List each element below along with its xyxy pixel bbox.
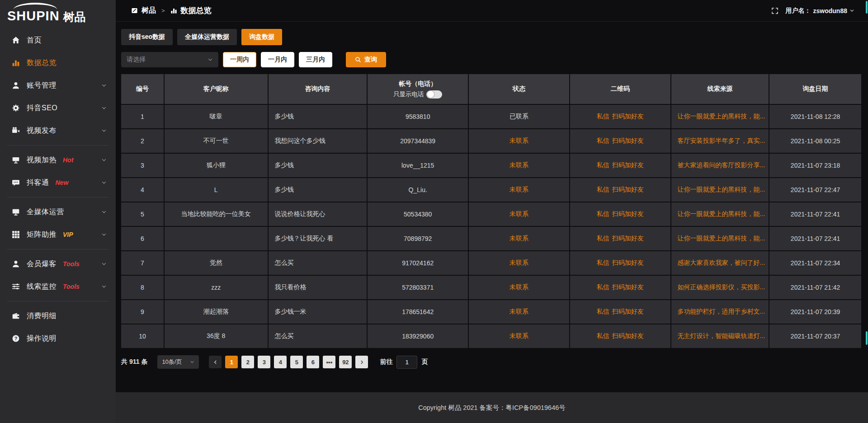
qr-private-message-link[interactable]: 私信 [597,235,609,243]
qr-scan-add-friend-link[interactable]: 扫码加好友 [612,235,644,243]
qr-scan-add-friend-link[interactable]: 扫码加好友 [612,161,644,169]
table-row: 3狐小狸多少钱love__1215未联系私信扫码加好友被大家追着问的客厅投影分享… [121,154,861,177]
qr-private-message-link[interactable]: 私信 [597,113,609,121]
cell-inquiry-date: 2021-11-07 22:41 [769,227,861,250]
qr-private-message-link[interactable]: 私信 [597,259,609,267]
cell-qr: 私信扫码加好友 [570,227,670,250]
pagination: 共 911 条 10条/页 123456•••92 前往 页 [121,355,861,369]
cell-lead-source: 感谢大家喜欢我家，被问了好... [671,251,769,275]
page-unit-label: 页 [421,358,428,366]
lead-source-link[interactable]: 客厅安装投影半年多了，真实... [678,137,765,145]
cell-lead-source: 无主灯设计，智能磁吸轨道灯... [671,324,769,348]
lead-source-link[interactable]: 让你一眼就爱上的黑科技，能... [678,235,765,243]
tab-2[interactable]: 询盘数据 [241,29,282,45]
sidebar-item-label: 消费明细 [27,311,57,321]
cell-status: 未联系 [469,276,569,299]
qr-scan-add-friend-link[interactable]: 扫码加好友 [612,210,644,218]
chevron-down-icon [208,57,213,62]
breadcrumb: 树品 > 数据总览 [131,5,212,16]
goto-page-input[interactable] [396,356,417,369]
sidebar-item-douketong[interactable]: 抖客通New [0,171,116,194]
tab-1[interactable]: 全媒体运营数据 [177,29,237,45]
page-size-select[interactable]: 10条/页 [157,355,199,369]
sidebar-item-account-manage[interactable]: 账号管理 [0,74,116,97]
qr-scan-add-friend-link[interactable]: 扫码加好友 [612,283,644,291]
table-header-cell: 二维码 [570,74,670,104]
qr-private-message-link[interactable]: 私信 [597,308,609,316]
fullscreen-icon[interactable] [771,7,778,14]
cell-content: 我只看价格 [269,276,367,299]
cell-account: 178651642 [368,300,468,324]
scrollbar-thumb[interactable] [866,1,868,14]
sidebar-item-member-burst[interactable]: 会员爆客Tools [0,253,116,275]
topbar: 树品 > 数据总览 用户名： zswodun88 [116,0,868,22]
lead-source-link[interactable]: 多功能护栏灯，适用于乡村文... [678,308,765,316]
page-button-•••[interactable]: ••• [323,356,335,368]
qr-scan-add-friend-link[interactable]: 扫码加好友 [612,186,644,194]
lead-source-link[interactable]: 让你一眼就爱上的黑科技，能... [678,210,765,218]
cell-account: 572803371 [368,276,468,299]
prev-page-button[interactable] [209,356,222,368]
range-button-1[interactable]: 一月内 [261,52,294,67]
sidebar-item-clue-monitor[interactable]: 线索监控Tools [0,275,116,298]
inquiry-table: 编号客户昵称咨询内容帐号（电话）只显示电话状态二维码线索来源询盘日期1啵章多少钱… [121,74,861,348]
table-row: 9潮起潮落多少钱一米178651642未联系私信扫码加好友多功能护栏灯，适用于乡… [121,300,861,324]
chevron-down-icon [849,8,854,13]
cell-no: 6 [121,227,164,250]
range-button-0[interactable]: 一周内 [223,52,256,67]
sidebar-item-media-operation[interactable]: 全媒体运营 [0,201,116,223]
sidebar-item-data-overview[interactable]: 数据总览 [0,52,116,74]
phone-only-toggle[interactable] [426,90,442,99]
breadcrumb-root[interactable]: 树品 [142,6,156,15]
tab-0[interactable]: 抖音seo数据 [121,29,173,45]
user-menu[interactable]: 用户名： zswodun88 [786,7,854,15]
next-page-button[interactable] [355,356,368,368]
page-button-1[interactable]: 1 [225,356,238,368]
cell-inquiry-date: 2021-11-07 21:42 [769,276,861,299]
cell-content: 多少钱 [269,105,367,128]
sidebar-item-consume-detail[interactable]: 消费明细 [0,305,116,327]
qr-scan-add-friend-link[interactable]: 扫码加好友 [612,137,644,145]
qr-private-message-link[interactable]: 私信 [597,186,609,194]
qr-private-message-link[interactable]: 私信 [597,332,609,340]
lead-source-link[interactable]: 感谢大家喜欢我家，被问了好... [678,259,765,267]
page-button-6[interactable]: 6 [307,356,319,368]
lead-source-link[interactable]: 无主灯设计，智能磁吸轨道灯... [678,332,765,340]
qr-private-message-link[interactable]: 私信 [597,210,609,218]
sidebar-item-video-publish[interactable]: 视频发布 [0,119,116,142]
lead-source-link[interactable]: 让你一眼就爱上的黑科技，能... [678,186,765,194]
sidebar-item-operation-guide[interactable]: ?操作说明 [0,327,116,350]
sidebar-item-matrix-boost[interactable]: 矩阵助推VIP [0,223,116,246]
sidebar-item-douyin-seo[interactable]: 抖音SEO [0,97,116,119]
search-button[interactable]: 查询 [346,52,386,67]
lead-source-link[interactable]: 如何正确选择投影仪，买投影... [678,283,765,291]
qr-private-message-link[interactable]: 私信 [597,161,609,169]
qr-scan-add-friend-link[interactable]: 扫码加好友 [612,259,644,267]
range-button-2[interactable]: 三月内 [299,52,332,67]
cell-content: 多少钱 [269,178,367,202]
page-button-5[interactable]: 5 [290,356,303,368]
lead-source-link[interactable]: 让你一眼就爱上的黑科技，能... [678,113,765,121]
sidebar-item-label: 首页 [27,36,42,45]
cell-qr: 私信扫码加好友 [570,129,670,153]
sidebar-item-video-heat[interactable]: 视频加热Hot [0,149,116,171]
sidebar-item-home[interactable]: 首页 [0,29,116,52]
page-button-3[interactable]: 3 [258,356,270,368]
scrollbar-thumb[interactable] [866,331,868,345]
cell-no: 9 [121,300,164,324]
qr-scan-add-friend-link[interactable]: 扫码加好友 [612,308,644,316]
qr-scan-add-friend-link[interactable]: 扫码加好友 [612,332,644,340]
cell-inquiry-date: 2021-11-07 23:18 [769,154,861,177]
cell-nickname: 觉然 [165,251,268,275]
lead-source-link[interactable]: 被大家追着问的客厅投影分享... [678,161,765,169]
page-button-92[interactable]: 92 [339,356,352,368]
table-header-cell: 线索来源 [671,74,769,104]
page-button-2[interactable]: 2 [241,356,254,368]
gear-icon [12,104,20,112]
account-select[interactable]: 请选择 [121,52,218,67]
cell-nickname: 36度 8 [165,324,268,348]
qr-private-message-link[interactable]: 私信 [597,283,609,291]
page-button-4[interactable]: 4 [274,356,287,368]
qr-private-message-link[interactable]: 私信 [597,137,609,145]
qr-scan-add-friend-link[interactable]: 扫码加好友 [612,113,644,121]
